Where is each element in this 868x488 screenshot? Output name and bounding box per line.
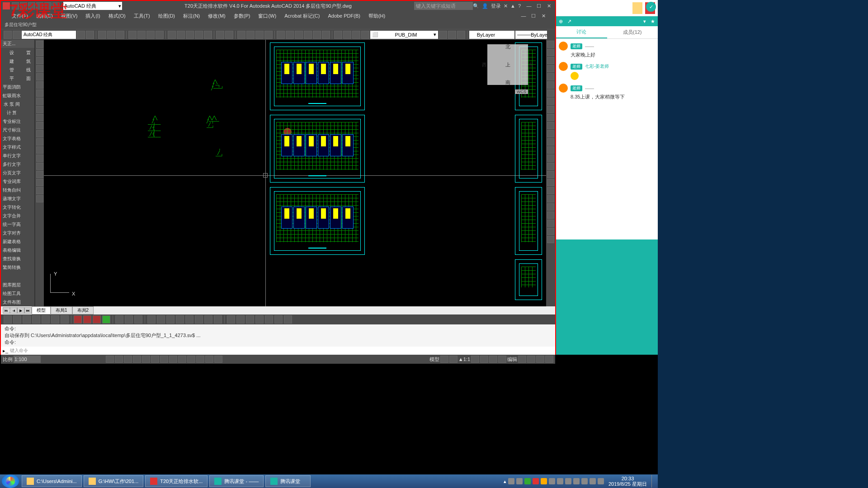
app-icon[interactable]: [3, 2, 10, 9]
dim-icon[interactable]: [284, 315, 292, 324]
tool-icon[interactable]: [547, 203, 554, 211]
tool-icon[interactable]: [36, 179, 43, 186]
stretch-icon[interactable]: [547, 106, 554, 113]
pline-icon[interactable]: [36, 49, 43, 56]
tangent-tool-item[interactable]: 管: [2, 66, 22, 74]
tangent-tool-item[interactable]: [2, 277, 22, 278]
close-button[interactable]: ✕: [544, 2, 553, 9]
move-icon[interactable]: [547, 81, 554, 89]
status-lock-icon[interactable]: [489, 356, 497, 363]
tool-icon[interactable]: [547, 195, 554, 202]
taskbar-item[interactable]: G:\HW\工作\201...: [84, 475, 144, 487]
command-input[interactable]: 键入命令: [10, 347, 553, 354]
tangent-tool-item[interactable]: 文字合并: [2, 212, 22, 220]
paste-icon[interactable]: [186, 31, 194, 39]
dim-icon[interactable]: [265, 315, 273, 324]
dim-icon[interactable]: [274, 315, 283, 324]
zoom-icon[interactable]: [246, 31, 255, 39]
save-file-icon[interactable]: [116, 31, 124, 39]
menu-insert[interactable]: 插入(I): [82, 12, 104, 20]
layer-prev-icon[interactable]: [448, 31, 456, 39]
snap-toggle[interactable]: [106, 356, 114, 363]
new-file-icon[interactable]: [98, 31, 106, 39]
tb-btn[interactable]: [13, 31, 21, 39]
color-combo[interactable]: ByLayer: [469, 31, 514, 39]
redo-icon[interactable]: [225, 31, 233, 39]
taskbar-clock[interactable]: 20:33 2019/8/25 星期日: [606, 476, 650, 487]
mirror-icon[interactable]: [547, 57, 554, 64]
tangent-tool-item[interactable]: 递增文字: [2, 195, 22, 203]
taskbar-item[interactable]: 腾讯课堂: [265, 475, 311, 487]
dim-icon[interactable]: [61, 315, 69, 324]
open-icon[interactable]: [20, 2, 27, 9]
copy-obj-icon[interactable]: [547, 49, 554, 56]
matchprop-icon[interactable]: [195, 31, 203, 39]
status-clean-icon[interactable]: [527, 356, 535, 363]
avatar[interactable]: [559, 42, 568, 51]
tool-icon[interactable]: [547, 211, 554, 219]
dim-icon[interactable]: [255, 315, 264, 324]
cut-icon[interactable]: [168, 31, 176, 39]
erase-icon[interactable]: [547, 41, 554, 48]
tangent-tool-item[interactable]: 文件布图: [2, 298, 22, 306]
tab-model[interactable]: 模型: [32, 306, 51, 314]
tray-icon[interactable]: [541, 478, 547, 484]
calc-icon[interactable]: [322, 31, 330, 39]
osnap-toggle[interactable]: [142, 356, 150, 363]
ellipse-icon[interactable]: [36, 89, 43, 97]
anno-scale[interactable]: ▲1:1: [458, 357, 470, 362]
region-icon[interactable]: [36, 155, 43, 162]
dim-icon[interactable]: [23, 315, 31, 324]
autodesk-icon[interactable]: ▲: [510, 3, 515, 9]
add-icon[interactable]: ⊕: [559, 19, 563, 24]
tab-layout1[interactable]: 布局1: [51, 306, 72, 314]
tray-icon[interactable]: [565, 478, 571, 484]
dim-icon[interactable]: [4, 315, 12, 324]
otrack-toggle[interactable]: [151, 356, 159, 363]
tb-btn[interactable]: [86, 31, 94, 39]
markup-icon[interactable]: [313, 31, 321, 39]
status-full-icon[interactable]: [536, 356, 544, 363]
tangent-tool-item[interactable]: 图库图层: [2, 281, 22, 289]
tool-icon[interactable]: [36, 171, 43, 178]
ducs-toggle[interactable]: [160, 356, 168, 363]
status-model[interactable]: 模型: [429, 356, 439, 363]
tangent-tool-item[interactable]: 建: [2, 57, 22, 66]
taskbar-item[interactable]: C:\Users\Admini...: [22, 475, 82, 487]
dim-icon[interactable]: [125, 315, 133, 324]
tangent-tool-item[interactable]: 面: [24, 75, 33, 83]
am-toggle[interactable]: [214, 356, 222, 363]
lwt-toggle[interactable]: [178, 356, 186, 363]
undo-icon[interactable]: [216, 31, 224, 39]
search-icon[interactable]: 🔍: [473, 3, 479, 9]
tray-up-icon[interactable]: ▴: [504, 479, 506, 484]
drawing-canvas[interactable]: ╱╲ ╱──┼── ╱┼──┼── ╱┼──┴── ╱╲ ╱ ─┐╱───┘ ╱…: [44, 40, 546, 306]
tangent-tool-item[interactable]: 线: [24, 66, 33, 74]
show-desktop-button[interactable]: [651, 475, 655, 488]
tangent-tool-item[interactable]: 文字转化: [2, 203, 22, 211]
dropdown-icon[interactable]: ▾: [643, 19, 646, 24]
tool-icon[interactable]: [547, 171, 554, 178]
line-icon[interactable]: [36, 41, 43, 48]
tray-volume-icon[interactable]: [598, 478, 604, 484]
tangent-tool-item[interactable]: 文字表格: [2, 135, 22, 143]
dim-icon[interactable]: [236, 315, 245, 324]
tangent-tool-item[interactable]: 水 泵 间: [2, 100, 22, 108]
avatar[interactable]: [559, 84, 568, 93]
chamfer-icon[interactable]: [547, 146, 554, 154]
new-icon[interactable]: [12, 2, 19, 9]
layer-states-icon[interactable]: [457, 31, 465, 39]
tangent-tool-item[interactable]: 虹吸雨水: [2, 92, 22, 100]
layer-match-icon[interactable]: [439, 31, 447, 39]
start-button[interactable]: [2, 474, 19, 488]
tangent-tool-item[interactable]: 专业标注: [2, 117, 22, 126]
grid-toggle[interactable]: [115, 356, 123, 363]
tb-btn[interactable]: [343, 31, 351, 39]
viewcube[interactable]: 北 南 东 西 上: [487, 44, 528, 85]
status-ws-icon[interactable]: [480, 356, 488, 363]
array-icon[interactable]: [547, 73, 554, 80]
dim-icon[interactable]: [134, 315, 142, 324]
break-icon[interactable]: [547, 130, 554, 137]
print-icon[interactable]: [128, 31, 137, 39]
block-icon[interactable]: [36, 146, 43, 154]
